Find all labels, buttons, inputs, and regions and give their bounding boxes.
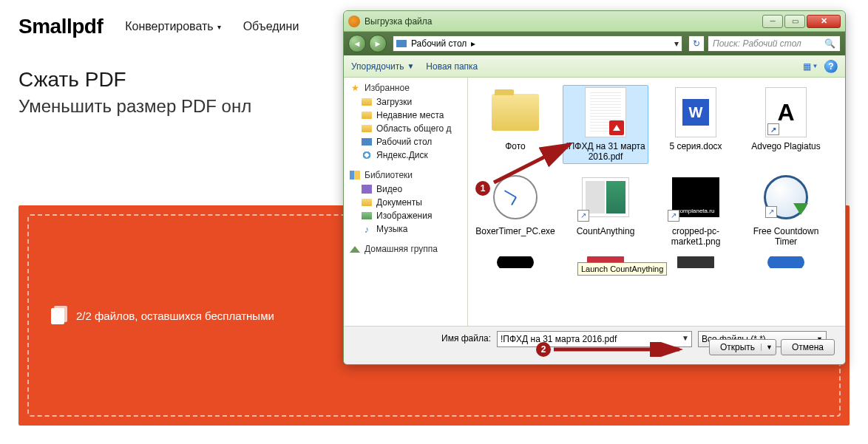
dialog-titlebar: Выгрузка файла ─ ▭ ✕ bbox=[344, 11, 845, 32]
files-icon bbox=[51, 306, 67, 325]
file-item-partial[interactable] bbox=[743, 255, 829, 273]
sidebar-item-documents[interactable]: Документы bbox=[344, 196, 467, 209]
search-icon: 🔍 bbox=[824, 38, 835, 49]
sidebar-item-video[interactable]: Видео bbox=[344, 182, 467, 196]
sidebar-item-downloads[interactable]: Загрузки bbox=[344, 95, 467, 109]
file-item-fct[interactable]: ↗ Free Countdown Timer bbox=[743, 170, 829, 249]
advego-icon: A↗ bbox=[765, 87, 807, 137]
dialog-toolbar: Упорядочить ▼ Новая папка ▦ ▼ ? bbox=[344, 55, 845, 78]
folder-icon bbox=[362, 125, 372, 132]
dialog-navbar: ◄ ► Рабочий стол ▸ ▾ ↻ Поиск: Рабочий ст… bbox=[344, 32, 845, 55]
refresh-button[interactable]: ↻ bbox=[688, 35, 705, 52]
libraries-label: Библиотеки bbox=[365, 170, 413, 180]
yandex-disk-icon bbox=[362, 151, 372, 159]
sidebar-item-desktop[interactable]: Рабочий стол bbox=[344, 135, 467, 148]
close-button[interactable]: ✕ bbox=[807, 15, 841, 28]
sidebar-item-images[interactable]: Изображения bbox=[344, 209, 467, 222]
sidebar-item-public[interactable]: Область общего д bbox=[344, 122, 467, 135]
file-item-word[interactable]: W 5 серия.docx bbox=[653, 85, 739, 164]
minimize-button[interactable]: ─ bbox=[762, 15, 783, 28]
nav-convert[interactable]: Конвертировать ▾ bbox=[125, 20, 220, 33]
chevron-down-icon: ▾ bbox=[217, 23, 221, 31]
file-name: Free Countdown Timer bbox=[745, 226, 827, 247]
file-name: CountAnything bbox=[577, 226, 635, 236]
search-input[interactable]: Поиск: Рабочий стол 🔍 bbox=[708, 35, 841, 52]
folder-icon bbox=[492, 94, 539, 131]
folder-icon bbox=[362, 112, 372, 119]
sidebar-item-label: Недавние места bbox=[376, 110, 444, 120]
count-thumbnail: ↗ bbox=[582, 177, 629, 217]
sidebar-item-music[interactable]: ♪Музыка bbox=[344, 222, 467, 236]
address-dropdown-icon[interactable]: ▾ bbox=[674, 38, 679, 49]
dialog-title: Выгрузка файла bbox=[365, 16, 761, 27]
pdf-thumbnail bbox=[585, 87, 626, 137]
images-icon bbox=[362, 212, 372, 219]
address-text: Рабочий стол bbox=[411, 38, 467, 49]
homegroup-icon bbox=[350, 244, 360, 254]
maximize-button[interactable]: ▭ bbox=[784, 15, 805, 28]
homegroup-label: Домашняя группа bbox=[365, 244, 438, 254]
address-bar[interactable]: Рабочий стол ▸ ▾ bbox=[393, 35, 682, 52]
files-pane[interactable]: Фото !ПФХД на 31 марта 2016.pdf W 5 сери… bbox=[468, 78, 845, 326]
music-icon: ♪ bbox=[362, 224, 372, 234]
search-placeholder: Поиск: Рабочий стол bbox=[713, 38, 801, 49]
file-item-advego[interactable]: A↗ Advego Plagiatus bbox=[743, 85, 829, 164]
sidebar-libraries[interactable]: Библиотеки bbox=[344, 168, 467, 182]
filename-label: Имя файла: bbox=[441, 331, 491, 344]
view-menu[interactable]: ▦ ▼ bbox=[802, 60, 818, 73]
sidebar-favorites[interactable]: ★Избранное bbox=[344, 81, 467, 95]
sidebar-item-yandex[interactable]: Яндекс.Диск bbox=[344, 148, 467, 162]
svg-line-0 bbox=[494, 144, 570, 182]
pdf-badge-icon bbox=[609, 120, 624, 135]
libraries-icon bbox=[350, 171, 360, 180]
annotation-badge-1: 1 bbox=[475, 181, 490, 196]
filename-dropdown-icon[interactable]: ▼ bbox=[682, 334, 689, 342]
desktop-icon bbox=[396, 40, 407, 47]
favorites-label: Избранное bbox=[365, 83, 410, 93]
sidebar-item-label: Изображения bbox=[376, 211, 432, 221]
documents-icon bbox=[362, 199, 372, 206]
file-name: BoxerTimer_PC.exe bbox=[475, 226, 555, 236]
thumbnail-text: complaneta.ru bbox=[677, 208, 715, 214]
help-button[interactable]: ? bbox=[824, 60, 838, 73]
open-button[interactable]: Открыть ▼ bbox=[709, 339, 776, 355]
open-label: Открыть bbox=[720, 342, 755, 352]
chevron-down-icon: ▼ bbox=[407, 62, 414, 70]
open-split-icon[interactable]: ▼ bbox=[761, 344, 773, 351]
firefox-icon bbox=[348, 16, 360, 27]
files-remaining: 2/2 файлов, оставшихся бесплатными bbox=[51, 306, 274, 325]
sidebar-item-label: Область общего д bbox=[376, 123, 452, 134]
nav-convert-label: Конвертировать bbox=[125, 20, 213, 33]
file-item-partial[interactable] bbox=[472, 255, 558, 273]
sidebar-item-recent[interactable]: Недавние места bbox=[344, 109, 467, 122]
sidebar-item-label: Яндекс.Диск bbox=[376, 150, 428, 160]
video-icon bbox=[362, 185, 372, 194]
file-name: 5 серия.docx bbox=[669, 141, 722, 151]
tooltip: Launch CountAnything bbox=[577, 262, 667, 276]
word-icon: W bbox=[682, 99, 709, 126]
shortcut-icon: ↗ bbox=[767, 123, 779, 135]
sidebar-item-label: Музыка bbox=[376, 224, 407, 234]
sidebar-item-label: Рабочий стол bbox=[376, 137, 432, 147]
organize-menu[interactable]: Упорядочить ▼ bbox=[351, 61, 414, 72]
sidebar: ★Избранное Загрузки Недавние места Облас… bbox=[344, 78, 468, 326]
new-folder-button[interactable]: Новая папка bbox=[426, 61, 478, 72]
logo[interactable]: Smallpdf bbox=[18, 15, 103, 38]
file-upload-dialog: Выгрузка файла ─ ▭ ✕ ◄ ► Рабочий стол ▸ … bbox=[343, 10, 846, 365]
shortcut-icon: ↗ bbox=[668, 210, 679, 222]
forward-button[interactable]: ► bbox=[369, 35, 387, 52]
png-thumbnail: complaneta.ru↗ bbox=[672, 177, 719, 217]
back-button[interactable]: ◄ bbox=[348, 35, 366, 52]
file-item-cropped[interactable]: complaneta.ru↗ cropped-pc-market1.png bbox=[653, 170, 739, 249]
word-thumbnail: W bbox=[675, 87, 716, 137]
star-icon: ★ bbox=[350, 83, 360, 93]
sidebar-homegroup[interactable]: Домашняя группа bbox=[344, 242, 467, 256]
annotation-arrow-2 bbox=[552, 342, 685, 357]
organize-label: Упорядочить bbox=[351, 61, 404, 72]
cancel-button[interactable]: Отмена bbox=[781, 339, 835, 355]
files-remaining-text: 2/2 файлов, оставшихся бесплатными bbox=[76, 310, 274, 322]
file-name: Advego Plagiatus bbox=[751, 141, 820, 151]
folder-icon bbox=[362, 98, 372, 106]
nav-merge[interactable]: Объедини bbox=[243, 20, 299, 33]
sidebar-item-label: Видео bbox=[376, 184, 402, 194]
